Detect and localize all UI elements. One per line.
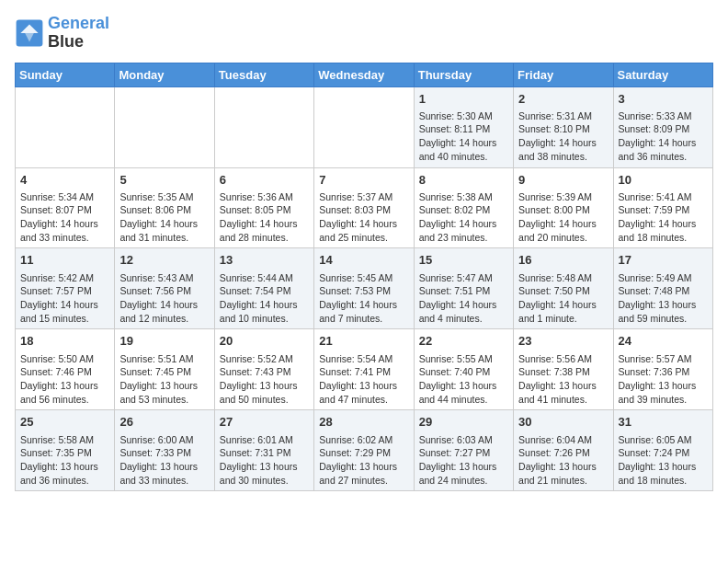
day-info: Daylight: 14 hours bbox=[319, 298, 408, 312]
calendar-cell: 24Sunrise: 5:57 AMSunset: 7:36 PMDayligh… bbox=[613, 329, 712, 410]
day-info: and 36 minutes. bbox=[20, 474, 109, 488]
calendar-cell: 3Sunrise: 5:33 AMSunset: 8:09 PMDaylight… bbox=[613, 86, 712, 167]
day-info: Sunrise: 5:30 AM bbox=[419, 109, 508, 123]
day-info: and 23 minutes. bbox=[419, 231, 508, 245]
calendar-week-3: 11Sunrise: 5:42 AMSunset: 7:57 PMDayligh… bbox=[16, 248, 713, 329]
day-number: 22 bbox=[419, 333, 508, 350]
day-info: Sunrise: 5:31 AM bbox=[518, 109, 608, 123]
day-info: Daylight: 14 hours bbox=[419, 136, 508, 150]
day-info: Sunset: 7:45 PM bbox=[119, 365, 209, 379]
day-info: and 38 minutes. bbox=[518, 150, 608, 164]
logo: General Blue bbox=[15, 15, 109, 52]
day-number: 20 bbox=[220, 333, 309, 350]
calendar-cell bbox=[214, 86, 313, 167]
day-info: and 33 minutes. bbox=[20, 231, 109, 245]
day-number: 21 bbox=[319, 333, 408, 350]
day-number: 29 bbox=[419, 414, 508, 431]
day-info: Sunrise: 5:39 AM bbox=[518, 190, 608, 204]
day-info: Sunset: 8:11 PM bbox=[419, 122, 508, 136]
day-info: Sunset: 8:00 PM bbox=[518, 203, 608, 217]
day-info: Sunrise: 5:50 AM bbox=[20, 352, 109, 366]
calendar-cell: 16Sunrise: 5:48 AMSunset: 7:50 PMDayligh… bbox=[514, 248, 613, 329]
calendar-cell: 26Sunrise: 6:00 AMSunset: 7:33 PMDayligh… bbox=[115, 410, 214, 491]
day-info: and 56 minutes. bbox=[20, 393, 109, 407]
calendar-cell: 10Sunrise: 5:41 AMSunset: 7:59 PMDayligh… bbox=[613, 167, 712, 248]
calendar-cell: 7Sunrise: 5:37 AMSunset: 8:03 PMDaylight… bbox=[314, 167, 414, 248]
day-number: 16 bbox=[518, 252, 608, 269]
day-number: 23 bbox=[518, 333, 608, 350]
calendar-cell: 31Sunrise: 6:05 AMSunset: 7:24 PMDayligh… bbox=[613, 410, 712, 491]
day-info: Sunrise: 5:55 AM bbox=[419, 352, 508, 366]
calendar-week-1: 1Sunrise: 5:30 AMSunset: 8:11 PMDaylight… bbox=[16, 86, 713, 167]
calendar-table: SundayMondayTuesdayWednesdayThursdayFrid… bbox=[15, 63, 713, 492]
day-info: and 59 minutes. bbox=[619, 312, 708, 326]
day-info: Daylight: 13 hours bbox=[220, 379, 309, 393]
day-info: Daylight: 14 hours bbox=[619, 136, 708, 150]
calendar-cell: 1Sunrise: 5:30 AMSunset: 8:11 PMDaylight… bbox=[414, 86, 513, 167]
day-info: and 12 minutes. bbox=[119, 312, 209, 326]
day-info: Daylight: 13 hours bbox=[119, 379, 209, 393]
calendar-week-2: 4Sunrise: 5:34 AMSunset: 8:07 PMDaylight… bbox=[16, 167, 713, 248]
calendar-cell: 4Sunrise: 5:34 AMSunset: 8:07 PMDaylight… bbox=[16, 167, 115, 248]
day-info: Sunset: 7:27 PM bbox=[419, 446, 508, 460]
calendar-cell: 5Sunrise: 5:35 AMSunset: 8:06 PMDaylight… bbox=[115, 167, 214, 248]
day-info: Sunset: 7:56 PM bbox=[119, 284, 209, 298]
day-number: 17 bbox=[619, 252, 708, 269]
day-info: Daylight: 14 hours bbox=[319, 217, 408, 231]
day-info: Sunset: 7:46 PM bbox=[20, 365, 109, 379]
day-header-saturday: Saturday bbox=[613, 63, 712, 86]
calendar-week-4: 18Sunrise: 5:50 AMSunset: 7:46 PMDayligh… bbox=[16, 329, 713, 410]
day-info: Sunrise: 5:49 AM bbox=[619, 271, 708, 285]
calendar-cell: 11Sunrise: 5:42 AMSunset: 7:57 PMDayligh… bbox=[16, 248, 115, 329]
day-info: and 28 minutes. bbox=[220, 231, 309, 245]
day-info: Daylight: 13 hours bbox=[20, 460, 109, 474]
calendar-cell bbox=[314, 86, 414, 167]
day-info: and 4 minutes. bbox=[419, 312, 508, 326]
day-header-wednesday: Wednesday bbox=[314, 63, 414, 86]
day-info: Sunset: 7:53 PM bbox=[319, 284, 408, 298]
day-header-friday: Friday bbox=[514, 63, 613, 86]
day-info: Sunrise: 6:05 AM bbox=[619, 433, 708, 447]
day-info: Daylight: 13 hours bbox=[20, 379, 109, 393]
day-number: 3 bbox=[619, 91, 708, 108]
day-number: 8 bbox=[419, 172, 508, 189]
day-number: 27 bbox=[220, 414, 309, 431]
calendar-cell: 19Sunrise: 5:51 AMSunset: 7:45 PMDayligh… bbox=[115, 329, 214, 410]
day-info: and 44 minutes. bbox=[419, 393, 508, 407]
day-number: 5 bbox=[119, 172, 209, 189]
day-number: 10 bbox=[619, 172, 708, 189]
day-info: Daylight: 14 hours bbox=[518, 217, 608, 231]
day-info: Sunset: 7:26 PM bbox=[518, 446, 608, 460]
day-header-thursday: Thursday bbox=[414, 63, 513, 86]
calendar-cell: 30Sunrise: 6:04 AMSunset: 7:26 PMDayligh… bbox=[514, 410, 613, 491]
day-info: Sunset: 7:48 PM bbox=[619, 284, 708, 298]
day-info: Sunset: 7:29 PM bbox=[319, 446, 408, 460]
day-info: Sunset: 7:50 PM bbox=[518, 284, 608, 298]
day-info: Sunrise: 5:57 AM bbox=[619, 352, 708, 366]
calendar-cell: 6Sunrise: 5:36 AMSunset: 8:05 PMDaylight… bbox=[214, 167, 313, 248]
day-info: Sunrise: 5:48 AM bbox=[518, 271, 608, 285]
day-info: Sunset: 7:33 PM bbox=[119, 446, 209, 460]
day-number: 9 bbox=[518, 172, 608, 189]
day-number: 11 bbox=[20, 252, 109, 269]
day-number: 30 bbox=[518, 414, 608, 431]
day-header-monday: Monday bbox=[115, 63, 214, 86]
day-info: and 20 minutes. bbox=[518, 231, 608, 245]
day-info: Sunrise: 5:56 AM bbox=[518, 352, 608, 366]
day-info: Daylight: 13 hours bbox=[518, 379, 608, 393]
day-info: Daylight: 13 hours bbox=[319, 460, 408, 474]
calendar-cell: 18Sunrise: 5:50 AMSunset: 7:46 PMDayligh… bbox=[16, 329, 115, 410]
day-info: and 53 minutes. bbox=[119, 393, 209, 407]
day-info: Sunrise: 5:37 AM bbox=[319, 190, 408, 204]
day-info: Sunrise: 5:42 AM bbox=[20, 271, 109, 285]
day-number: 26 bbox=[119, 414, 209, 431]
day-info: Daylight: 14 hours bbox=[119, 217, 209, 231]
day-info: Daylight: 13 hours bbox=[119, 460, 209, 474]
day-info: Sunrise: 6:03 AM bbox=[419, 433, 508, 447]
day-info: Sunrise: 5:33 AM bbox=[619, 109, 708, 123]
day-info: Sunset: 7:51 PM bbox=[419, 284, 508, 298]
day-info: Sunset: 7:59 PM bbox=[619, 203, 708, 217]
day-info: Daylight: 13 hours bbox=[419, 460, 508, 474]
day-info: Sunrise: 5:44 AM bbox=[220, 271, 309, 285]
day-number: 1 bbox=[419, 91, 508, 108]
